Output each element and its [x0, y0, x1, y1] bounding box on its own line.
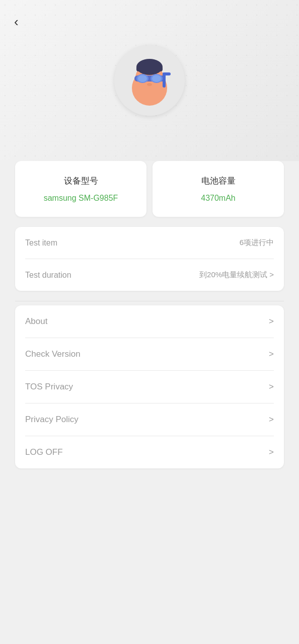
info-cards: 设备型号 samsung SM-G985F 电池容量 4370mAh — [15, 161, 284, 217]
tos-privacy-label: TOS Privacy — [25, 382, 73, 392]
avatar — [114, 45, 185, 116]
separator — [15, 301, 284, 301]
test-item-label: Test item — [25, 238, 57, 248]
battery-value: 4370mAh — [201, 194, 236, 203]
check-version-arrow: > — [269, 349, 274, 359]
privacy-policy-arrow: > — [269, 415, 274, 425]
tos-privacy-arrow: > — [269, 382, 274, 392]
back-button[interactable]: ‹ — [10, 12, 23, 32]
device-model-label: 设备型号 — [64, 175, 98, 187]
about-arrow: > — [269, 316, 274, 327]
battery-capacity-card: 电池容量 4370mAh — [153, 161, 284, 217]
privacy-policy-label: Privacy Policy — [25, 415, 79, 425]
menu-item-log-off[interactable]: LOG OFF > — [25, 436, 274, 468]
test-duration-value: 到20%电量续航测试 > — [199, 270, 274, 280]
svg-point-8 — [152, 75, 161, 82]
svg-rect-10 — [163, 72, 171, 75]
test-section: Test item 6项进行中 Test duration 到20%电量续航测试… — [15, 227, 284, 291]
device-model-card: 设备型号 samsung SM-G985F — [15, 161, 146, 217]
about-label: About — [25, 316, 47, 327]
svg-point-11 — [147, 83, 152, 86]
menu-item-check-version[interactable]: Check Version > — [25, 338, 274, 371]
svg-rect-3 — [136, 66, 163, 71]
header-section — [0, 0, 299, 161]
log-off-label: LOG OFF — [25, 447, 63, 457]
menu-section: About > Check Version > TOS Privacy > Pr… — [15, 305, 284, 468]
menu-item-tos-privacy[interactable]: TOS Privacy > — [25, 371, 274, 404]
test-item-value: 6项进行中 — [240, 238, 274, 248]
svg-point-7 — [138, 75, 147, 82]
test-duration-label: Test duration — [25, 271, 71, 280]
battery-label: 电池容量 — [201, 175, 236, 187]
menu-item-about[interactable]: About > — [25, 305, 274, 338]
menu-item-privacy-policy[interactable]: Privacy Policy > — [25, 404, 274, 436]
test-duration-row[interactable]: Test duration 到20%电量续航测试 > — [25, 259, 274, 291]
device-model-value: samsung SM-G985F — [44, 194, 118, 203]
test-item-row: Test item 6项进行中 — [25, 227, 274, 259]
log-off-arrow: > — [269, 447, 274, 457]
check-version-label: Check Version — [25, 349, 81, 359]
